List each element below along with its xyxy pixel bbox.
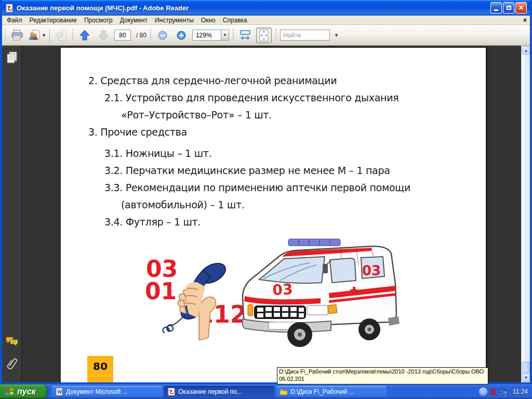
doc-text-line: «Рот–Устройство–Рот» – 1 шт. <box>121 109 272 121</box>
search-dropdown-icon[interactable]: ▼ <box>334 33 339 38</box>
comments-panel-button[interactable] <box>2 336 22 347</box>
page-number-badge: 80 <box>87 356 113 382</box>
menu-view[interactable]: Просмотр <box>81 16 116 24</box>
menu-edit[interactable]: Редактирование <box>26 16 81 24</box>
window-title: Оказание первой помощи (МЧС).pdf - Adobe… <box>17 4 490 12</box>
fit-page-icon <box>258 29 270 42</box>
pdf-document-icon <box>167 388 176 396</box>
word-document-icon: W <box>55 388 63 396</box>
menu-file[interactable]: Файл <box>3 16 26 24</box>
hand-with-phone-illustration <box>154 260 237 340</box>
web-capture-button[interactable] <box>53 28 69 43</box>
scroll-down-button[interactable]: ▼ <box>522 374 530 382</box>
folder-icon <box>280 388 288 396</box>
network-tray-icon[interactable] <box>499 388 508 396</box>
adobe-reader-window: Оказание первой помощи (МЧС).pdf - Adobe… <box>0 0 532 384</box>
doc-text-line: 2. Средства для сердечно-легочной реаним… <box>88 75 337 86</box>
page-number-input[interactable] <box>114 30 131 41</box>
fit-page-button[interactable] <box>256 28 272 43</box>
doc-text-line: 2.1. Устройство для проведения искусстве… <box>104 92 398 103</box>
taskbar: пуск W Документ Microsoft ... Оказание п… <box>0 384 532 399</box>
taskbar-item-word-document[interactable]: W Документ Microsoft ... <box>52 386 162 397</box>
doc-text-line: 3.3. Рекомендации по применению аптечки … <box>104 182 410 193</box>
printer-icon <box>11 30 23 41</box>
windows-logo-icon <box>4 387 15 397</box>
plus-circle-icon <box>176 30 187 41</box>
search-input[interactable] <box>280 30 330 41</box>
globe-page-icon <box>55 29 67 42</box>
pages-icon <box>6 51 18 64</box>
doc-text-line: 3.4. Футляр – 1 шт. <box>104 216 201 228</box>
ambulance-side-label: 03 <box>362 263 381 278</box>
minimize-button[interactable] <box>490 2 502 14</box>
collaborate-icon <box>28 29 41 42</box>
scroll-up-button[interactable]: ▲ <box>522 46 530 55</box>
toolbar-grip[interactable] <box>275 29 277 42</box>
close-button[interactable]: ✕ <box>515 2 527 14</box>
scrollbar-thumb[interactable] <box>522 362 530 373</box>
chevron-down-icon: ▼ <box>42 33 46 38</box>
menu-tools[interactable]: Инструменты <box>151 16 197 24</box>
start-button-label: пуск <box>17 387 36 396</box>
toolbar-grip[interactable] <box>232 29 234 42</box>
antivirus-tray-icon[interactable]: K <box>490 388 497 396</box>
zoom-in-button[interactable] <box>174 28 189 43</box>
ambulance-illustration: 03 03 <box>232 235 406 348</box>
doc-text-line: 3.2. Перчатки медицинские размер не мене… <box>104 165 390 176</box>
toolbar-grip[interactable] <box>72 29 74 42</box>
print-button[interactable] <box>9 28 25 43</box>
zoom-level-value[interactable]: 129% <box>192 30 221 41</box>
system-tray: ‹ K 11:24 <box>479 384 532 399</box>
paperclip-icon <box>6 356 18 371</box>
menu-window[interactable]: Окно <box>197 16 219 24</box>
comments-icon <box>5 336 19 347</box>
doc-text-line: 3. Прочие средства <box>88 126 187 138</box>
pdf-app-icon <box>5 4 14 12</box>
attachments-panel-button[interactable] <box>2 356 22 371</box>
fit-width-icon <box>239 29 251 42</box>
previous-page-button[interactable] <box>77 28 92 43</box>
navigation-pane <box>2 46 22 382</box>
menu-document[interactable]: Документ <box>116 16 151 24</box>
taskbar-clock: 11:24 <box>513 388 528 395</box>
next-page-button[interactable] <box>96 28 111 43</box>
maximize-button[interactable] <box>503 2 514 14</box>
toolbar: ▼ / 80 <box>2 25 530 46</box>
menu-help[interactable]: Справка <box>219 16 251 24</box>
doc-text-line: 3.1. Ножницы – 1 шт. <box>104 148 211 159</box>
svg-text:W: W <box>57 389 62 395</box>
minus-circle-icon <box>157 30 168 41</box>
fit-width-button[interactable] <box>237 28 253 43</box>
hide-icons-chevron-icon[interactable]: ‹ <box>479 388 487 396</box>
document-area[interactable]: 2. Средства для сердечно-легочной реаним… <box>22 46 521 382</box>
start-button[interactable]: пуск <box>0 384 48 399</box>
main-area: 2. Средства для сердечно-легочной реаним… <box>2 46 530 382</box>
vertical-scrollbar[interactable]: ▲ ▼ <box>521 46 530 382</box>
toolbar-grip[interactable] <box>150 29 152 42</box>
toolbar-grip[interactable] <box>4 29 6 42</box>
page-count-label: / 80 <box>136 32 147 39</box>
zoom-dropdown-button[interactable]: ▼ <box>221 30 229 41</box>
collaborate-button[interactable]: ▼ <box>28 28 46 43</box>
doc-text-line: (автомобильной) – 1 шт. <box>121 199 244 210</box>
taskbar-item-pdf-active[interactable]: Оказание первой по... <box>164 386 274 397</box>
zoom-out-button[interactable] <box>155 28 170 43</box>
menu-bar: Файл Редактирование Просмотр Документ Ин… <box>2 16 530 25</box>
pdf-page[interactable]: 2. Средства для сердечно-легочной реаним… <box>61 48 486 382</box>
pages-panel-button[interactable] <box>2 51 22 64</box>
tooltip-line2: 06.02.201 <box>279 376 486 383</box>
taskbar-tooltip: D:\Диск F\_Рабочий стол\Мерзляков\темы\2… <box>277 367 488 384</box>
ambulance-hood-label: 03 <box>272 281 294 299</box>
arrow-up-icon <box>79 29 90 42</box>
taskbar-item-explorer-folder[interactable]: D:\Диск F\_Рабочий ... <box>276 386 387 397</box>
title-bar[interactable]: Оказание первой помощи (МЧС).pdf - Adobe… <box>2 0 530 16</box>
arrow-down-icon <box>98 29 109 42</box>
close-document-icon[interactable]: × <box>523 17 527 24</box>
tooltip-line1: D:\Диск F\_Рабочий стол\Мерзляков\темы\2… <box>279 368 486 376</box>
